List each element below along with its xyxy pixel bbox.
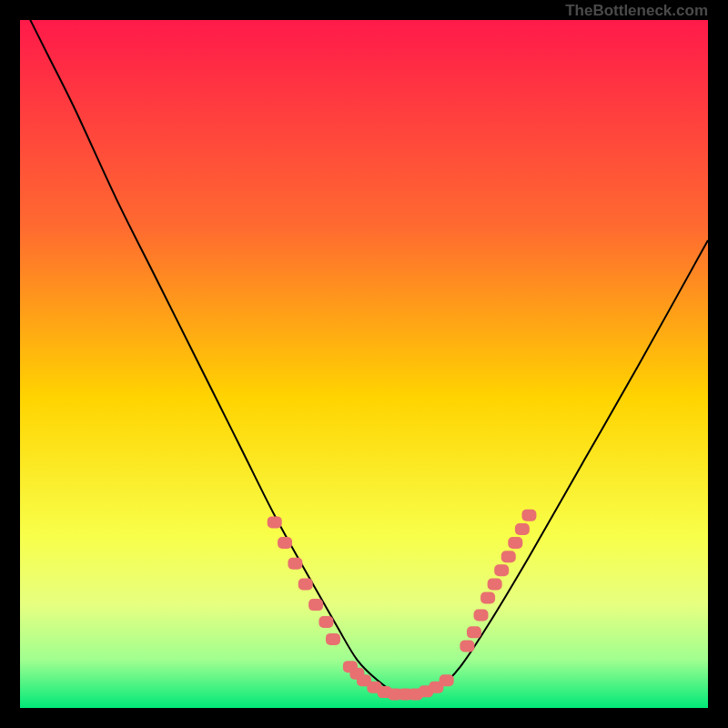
- chart-frame: TheBottleneck.com: [0, 0, 728, 728]
- data-marker: [515, 523, 530, 535]
- data-marker: [268, 516, 282, 528]
- data-marker: [298, 578, 313, 590]
- data-marker: [326, 633, 340, 645]
- data-marker: [318, 616, 333, 628]
- data-marker: [288, 558, 302, 570]
- data-marker: [467, 626, 481, 638]
- data-marker: [308, 599, 323, 611]
- data-marker: [278, 537, 292, 549]
- data-marker: [501, 551, 516, 562]
- data-marker: [494, 564, 509, 576]
- data-marker: [460, 640, 474, 652]
- data-marker: [480, 592, 495, 604]
- data-marker: [488, 578, 502, 590]
- watermark-text: TheBottleneck.com: [565, 2, 708, 20]
- plot-area: [20, 20, 708, 708]
- gradient-background: [20, 20, 708, 708]
- data-marker: [440, 674, 454, 686]
- data-marker: [474, 609, 489, 621]
- data-marker: [521, 510, 536, 521]
- bottleneck-chart: [20, 20, 708, 708]
- data-marker: [508, 537, 522, 549]
